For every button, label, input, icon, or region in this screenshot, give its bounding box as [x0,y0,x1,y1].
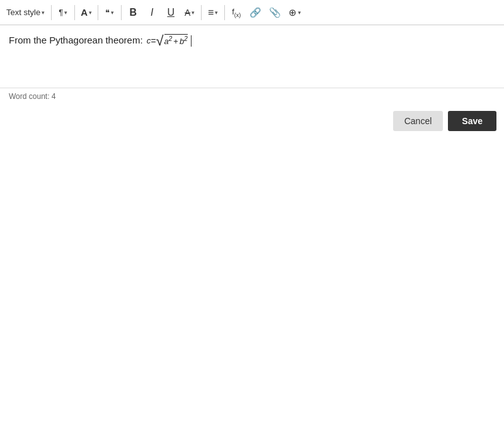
link-icon: 🔗 [249,7,261,18]
link-button[interactable]: 🔗 [246,3,265,22]
italic-icon: I [151,7,153,18]
text-style-button[interactable]: Text style ▾ [3,3,49,22]
function-button[interactable]: f(x) [227,3,245,22]
text-color-icon: A [185,8,190,18]
divider-5 [201,5,202,20]
format-icon: ❝ [105,8,110,17]
font-size-button[interactable]: A ▾ [77,3,95,22]
text-style-label: Text style [6,8,40,17]
underline-icon: U [167,7,175,18]
bottom-bar: Cancel Save [0,105,504,137]
format-button[interactable]: ❝ ▾ [101,3,118,22]
math-equals: = [151,34,156,48]
paragraph-icon: ¶ [59,8,63,17]
font-size-icon: A [81,7,88,18]
text-color-button[interactable]: A ▾ [181,3,198,22]
format-caret: ▾ [111,9,114,16]
math-a2: a2 [164,35,173,49]
bold-button[interactable]: B [124,3,142,22]
sqrt-symbol: √ [156,34,163,48]
attachment-button[interactable]: 📎 [266,3,284,22]
text-style-caret: ▾ [42,9,45,16]
insert-icon: ⊕ [289,7,297,18]
math-b2: b2 [180,35,188,49]
divider-3 [98,5,98,20]
font-size-caret: ▾ [89,9,92,16]
sqrt-content: a2 + b2 [164,34,188,49]
math-plus: + [173,35,178,49]
paragraph-style-button[interactable]: ¶ ▾ [54,3,72,22]
editor-prefix-text: From the Pythagorean theorem: [9,35,143,45]
sqrt-container: √ a2 + b2 [156,34,187,49]
divider-1 [51,5,52,20]
word-count-label: Word count: 4 [9,92,55,101]
insert-button[interactable]: ⊕ ▾ [285,3,304,22]
attachment-icon: 📎 [269,7,281,18]
divider-4 [121,5,122,20]
italic-button[interactable]: I [143,3,161,22]
divider-2 [74,5,75,20]
math-formula: c = √ a2 + b2 [147,34,188,49]
paragraph-caret: ▾ [64,9,67,16]
insert-caret: ▾ [298,9,301,16]
list-icon: ≡ [208,7,214,18]
editor-area[interactable]: From the Pythagorean theorem: c = √ a2 +… [0,25,504,88]
toolbar: Text style ▾ ¶ ▾ A ▾ ❝ ▾ B I U A ▾ ≡ ▾ [0,0,504,25]
divider-6 [224,5,225,20]
function-icon: f(x) [232,7,241,18]
bold-icon: B [129,7,137,18]
list-caret: ▾ [215,9,218,16]
save-button[interactable]: Save [448,111,496,131]
text-cursor [191,35,192,47]
underline-button[interactable]: U [162,3,180,22]
text-color-caret: ▾ [192,9,195,16]
cancel-button[interactable]: Cancel [393,111,444,131]
list-button[interactable]: ≡ ▾ [204,3,222,22]
word-count: Word count: 4 [0,88,504,105]
